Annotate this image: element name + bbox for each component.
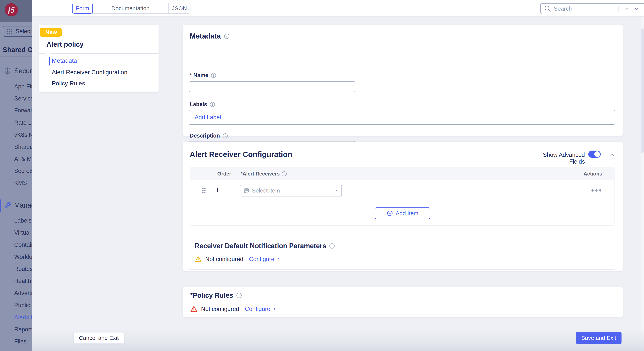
wizard-step-policy-rules[interactable]: Policy Rules xyxy=(52,80,85,87)
search-close-icon[interactable] xyxy=(642,5,644,13)
add-item-button[interactable]: Add Item xyxy=(375,208,430,219)
alert-receiver-select[interactable]: Select item xyxy=(240,185,342,196)
info-icon[interactable] xyxy=(236,293,242,298)
wizard-active-indicator xyxy=(49,57,50,66)
namespace-select-label: Select xyxy=(16,28,32,35)
actions-column-header: Actions xyxy=(584,168,602,180)
info-icon[interactable] xyxy=(282,171,287,176)
info-icon[interactable] xyxy=(210,102,215,107)
scrollbar-thumb[interactable] xyxy=(641,28,644,153)
configure-link-label: Configure xyxy=(245,306,270,312)
sidebar-item-routes[interactable]: Routes xyxy=(14,266,32,272)
sidebar-section-manage[interactable]: Manag xyxy=(14,202,32,209)
receiver-section-title: Alert Receiver Configuration xyxy=(190,150,292,159)
sidebar-item-ai-ml[interactable]: AI & ML xyxy=(14,156,32,162)
wizard-title: Alert policy xyxy=(46,40,84,48)
wizard-nav-card: New Alert policy Metadata Alert Receiver… xyxy=(39,24,158,92)
add-label-button[interactable]: Add Label xyxy=(192,114,221,121)
sidebar-item-virtual[interactable]: Virtual xyxy=(14,229,30,236)
name-label: * Name xyxy=(190,72,208,78)
sidebar: f5 Select Shared C Securi App Fir Servic… xyxy=(0,0,32,351)
sidebar-item-service[interactable]: Service xyxy=(14,95,32,102)
metadata-section: Metadata * Name Labels Add Label Descrip… xyxy=(183,24,623,136)
search-bar xyxy=(540,3,644,14)
sidebar-item-vk8s[interactable]: vK8s N xyxy=(14,132,32,138)
add-item-label: Add Item xyxy=(396,210,418,216)
metadata-title: Metadata xyxy=(190,32,221,40)
receiver-defaults-configure-link[interactable]: Configure xyxy=(249,256,281,262)
row-actions-menu-icon[interactable] xyxy=(590,188,602,192)
info-icon[interactable] xyxy=(329,243,335,249)
sidebar-item-public-ip[interactable]: Public I xyxy=(14,302,32,309)
configure-link-label: Configure xyxy=(249,256,274,262)
cancel-and-exit-button[interactable]: Cancel and Exit xyxy=(73,332,124,344)
grid-icon xyxy=(6,28,12,34)
alert-policy-create-page: f5 Select Shared C Securi App Fir Servic… xyxy=(0,0,644,351)
namespace-select-button[interactable]: Select xyxy=(3,26,32,37)
drag-handle-icon[interactable] xyxy=(202,187,206,194)
name-input[interactable] xyxy=(189,81,355,92)
sidebar-item-secrets[interactable]: Secrets xyxy=(14,168,32,174)
policy-rules-section: *Policy Rules Not configured Configure xyxy=(183,287,623,317)
sidebar-item-advertise[interactable]: Adverti xyxy=(14,290,32,296)
wizard-step-metadata[interactable]: Metadata xyxy=(52,57,77,64)
select-placeholder: Select item xyxy=(252,188,330,194)
sidebar-item-reports[interactable]: Reports xyxy=(14,326,32,333)
policy-rules-title: *Policy Rules xyxy=(190,292,233,300)
wizard-step-alert-receiver-configuration[interactable]: Alert Receiver Configuration xyxy=(52,69,127,76)
collapse-section-icon[interactable] xyxy=(609,152,616,160)
sidebar-item-app-firewall[interactable]: App Fir xyxy=(14,83,32,90)
show-advanced-fields-label: Show Advanced Fields xyxy=(527,152,585,165)
receiver-defaults-status: Not configured xyxy=(205,256,244,262)
policy-rules-status: Not configured xyxy=(201,306,239,312)
receiver-defaults-card: Receiver Default Notification Parameters… xyxy=(188,235,615,270)
warning-icon xyxy=(195,256,202,263)
wizard-notch xyxy=(45,50,51,57)
sidebar-item-health[interactable]: Health xyxy=(14,278,31,284)
info-icon[interactable] xyxy=(211,73,216,78)
shield-icon xyxy=(4,67,11,76)
sidebar-item-rate-limiting[interactable]: Rate Li xyxy=(14,120,32,126)
save-and-exit-button[interactable]: Save and Exit xyxy=(576,332,622,344)
order-column-header: Order xyxy=(217,168,231,180)
receivers-table: Order *Alert Receivers Actions 1 Select … xyxy=(190,167,614,226)
view-tabs: Form Documentation JSON xyxy=(72,3,190,14)
receivers-table-header: Order *Alert Receivers Actions xyxy=(190,168,614,180)
search-divider xyxy=(618,6,619,12)
sidebar-item-workloads[interactable]: Workloa xyxy=(14,254,32,260)
info-icon[interactable] xyxy=(222,133,228,138)
row-order-value: 1 xyxy=(216,187,219,194)
wizard-divider xyxy=(39,53,158,54)
sidebar-item-files[interactable]: Files xyxy=(14,338,26,345)
tab-json[interactable]: JSON xyxy=(168,3,190,13)
search-prev-icon[interactable] xyxy=(623,5,630,13)
show-advanced-fields-toggle[interactable] xyxy=(588,150,601,158)
tab-form[interactable]: Form xyxy=(72,3,93,14)
sidebar-divider xyxy=(0,197,32,197)
logo-block: f5 xyxy=(0,0,32,22)
info-icon[interactable] xyxy=(224,34,230,39)
sidebar-item-forwarding[interactable]: Forwar xyxy=(14,107,32,114)
tab-documentation[interactable]: Documentation xyxy=(93,3,168,13)
wrench-icon xyxy=(4,202,12,209)
sidebar-item-labels[interactable]: Labels xyxy=(14,217,31,224)
search-next-icon[interactable] xyxy=(632,5,640,13)
workspace-title: Shared C xyxy=(3,46,32,54)
new-badge: New xyxy=(40,28,62,37)
sidebar-section-security[interactable]: Securi xyxy=(14,67,32,75)
sidebar-item-kms[interactable]: KMS xyxy=(14,180,27,186)
sidebar-item-containers[interactable]: Contain xyxy=(14,242,32,248)
receiver-defaults-title: Receiver Default Notification Parameters xyxy=(195,242,326,250)
select-item-icon xyxy=(243,188,249,194)
modal-top-bar: Form Documentation JSON xyxy=(32,0,644,16)
alert-receivers-column-header: *Alert Receivers xyxy=(240,171,280,177)
chevron-right-icon xyxy=(276,257,281,262)
labels-label: Labels xyxy=(190,101,207,108)
policy-rules-configure-link[interactable]: Configure xyxy=(245,306,277,312)
toggle-knob xyxy=(594,151,600,157)
f5-logo-icon[interactable]: f5 xyxy=(5,3,18,16)
sidebar-item-shared[interactable]: Shared xyxy=(14,144,32,150)
sidebar-item-alerts-management[interactable]: Alerts M xyxy=(14,314,32,321)
receiver-row: 1 Select item xyxy=(190,180,614,201)
search-input[interactable] xyxy=(554,5,615,12)
